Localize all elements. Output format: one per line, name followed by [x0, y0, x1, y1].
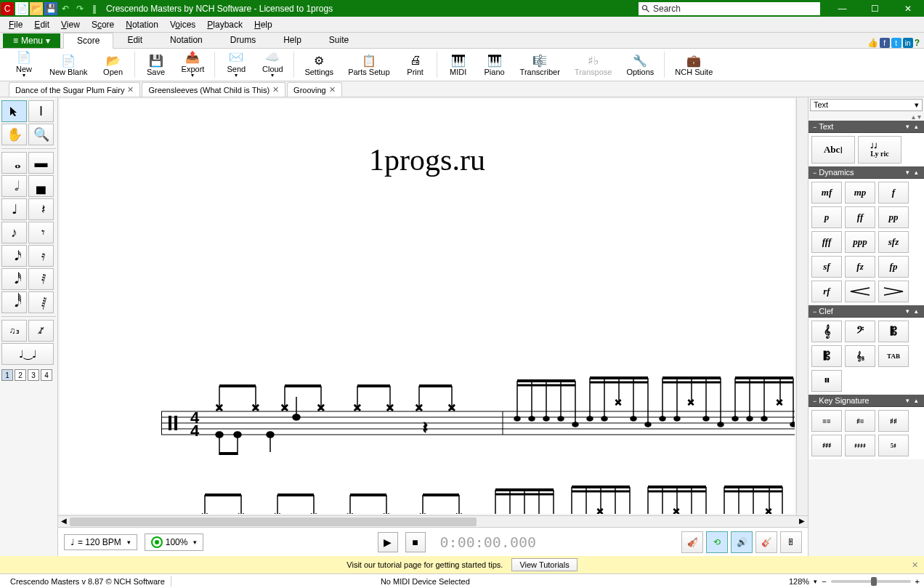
lyrics-tool-button[interactable]: ♩♩Ly ric — [858, 136, 901, 164]
section-clef-header[interactable]: − Clef▾ ▴ — [808, 305, 924, 318]
section-text-header[interactable]: − Text▾ ▴ — [808, 121, 924, 133]
treble-clef[interactable]: 𝄞 — [811, 321, 842, 342]
toolbar-new[interactable]: 📄New — [6, 49, 42, 80]
dynamic-cresc[interactable] — [845, 281, 875, 302]
keysig-4sharp[interactable]: ♯♯♯♯ — [845, 435, 875, 456]
twitter-icon[interactable]: t — [891, 38, 901, 48]
voice-4[interactable]: 4 — [41, 369, 52, 381]
like-icon[interactable]: 👍 — [867, 38, 878, 48]
close-icon[interactable]: ✕ — [272, 85, 279, 94]
dynamic-ppp[interactable]: ppp — [845, 231, 875, 253]
save-icon[interactable]: 💾 — [44, 2, 57, 15]
keysig-1sharp[interactable]: ♯≡ — [845, 410, 875, 432]
sixteenth-rest[interactable]: 𝄿 — [28, 245, 54, 267]
dynamic-decresc[interactable] — [878, 281, 909, 302]
vertical-scrollbar[interactable] — [796, 97, 808, 515]
voice-1[interactable]: 1 — [1, 369, 13, 381]
percussion-clef[interactable]: 𝄥 — [811, 370, 842, 392]
ribbon-tab-edit[interactable]: Edit — [113, 32, 156, 48]
toolbar-settings[interactable]: ⚙Settings — [297, 49, 341, 80]
scroll-thumb[interactable] — [70, 517, 477, 526]
voice-3[interactable]: 3 — [28, 369, 39, 381]
dynamic-f[interactable]: f — [878, 182, 909, 204]
toolbar-open[interactable]: 📂Open — [95, 49, 131, 80]
menu-voices[interactable]: Voices — [164, 18, 201, 31]
tie-tool[interactable]: ♩‿♩ — [1, 343, 54, 365]
maximize-button[interactable]: ☐ — [859, 0, 891, 17]
menu-file[interactable]: File — [3, 18, 28, 31]
zoom-in-icon[interactable]: + — [915, 577, 920, 586]
dynamic-sfz[interactable]: sfz — [878, 231, 909, 253]
mixer-icon[interactable]: 🎚 — [780, 531, 802, 553]
keysig-5sharp[interactable]: 5♯ — [878, 435, 909, 456]
toolbar-transcriber[interactable]: 🎼Transcriber — [513, 49, 567, 80]
grace-note-tool[interactable]: ♪̸ — [28, 320, 54, 342]
open-icon[interactable]: 📂 — [30, 2, 43, 15]
play-button[interactable]: ▶ — [378, 532, 398, 552]
minimize-button[interactable]: — — [826, 0, 859, 17]
countoff-icon[interactable]: 🔊 — [731, 531, 753, 553]
panel-category-select[interactable]: Text▾ — [810, 99, 923, 111]
text-tool[interactable]: I — [28, 100, 54, 122]
close-icon[interactable]: ✕ — [127, 85, 134, 94]
thirtysecond-note[interactable]: 𝅘𝅥𝅰 — [1, 268, 27, 290]
half-rest[interactable]: ▄ — [28, 175, 54, 197]
menu-help[interactable]: Help — [248, 18, 278, 31]
dynamic-fff[interactable]: fff — [811, 231, 842, 253]
dynamic-fz[interactable]: fz — [845, 256, 875, 278]
dynamic-mp[interactable]: mp — [845, 182, 875, 204]
close-button[interactable]: ✕ — [891, 0, 924, 17]
zoom-slider[interactable] — [831, 580, 911, 583]
hand-tool[interactable]: ✋ — [1, 124, 27, 145]
doc-tab[interactable]: Greensleeves (What Child is This)✕ — [142, 82, 285, 97]
toolbar-piano[interactable]: 🎹Piano — [477, 49, 513, 80]
quarter-rest[interactable]: 𝄽 — [28, 198, 54, 220]
whole-note[interactable]: 𝅝 — [1, 152, 27, 174]
new-icon[interactable]: 📄 — [15, 2, 28, 15]
toolbar-cloud[interactable]: ☁️Cloud — [254, 49, 291, 80]
tutorial-close-icon[interactable]: ✕ — [912, 560, 918, 570]
menu-score[interactable]: Score — [86, 18, 120, 31]
ribbon-tab-suite[interactable]: Suite — [315, 32, 362, 48]
sixtyfourth-rest[interactable]: 𝅁 — [28, 291, 54, 313]
facebook-icon[interactable]: f — [880, 38, 890, 48]
dynamic-pp[interactable]: pp — [878, 206, 909, 228]
zoom-selector[interactable]: 100% — [145, 533, 204, 551]
score-canvas[interactable]: 1progs.ru 4 4 — [60, 99, 795, 514]
toolbar-options[interactable]: 🔧Options — [619, 49, 661, 80]
keysig-cmaj[interactable]: ≡≡ — [811, 410, 842, 432]
zoom-out-icon[interactable]: − — [822, 577, 826, 586]
thirtysecond-rest[interactable]: 𝅀 — [28, 268, 54, 290]
main-menu-button[interactable]: ≡ Menu ▾ — [3, 33, 60, 48]
menu-playback[interactable]: Playback — [201, 18, 248, 31]
toolbar-nch-suite[interactable]: 💼NCH Suite — [668, 49, 720, 80]
instruments-icon[interactable]: 🎻 — [681, 531, 703, 553]
dynamic-p[interactable]: p — [811, 206, 842, 228]
tempo-selector[interactable]: ♩ = 120 BPM — [64, 534, 137, 550]
eighth-rest[interactable]: 𝄾 — [28, 222, 54, 243]
search-box[interactable]: Search — [639, 2, 820, 15]
toolbar-export[interactable]: 📤Export — [174, 49, 212, 80]
toolbar-midi[interactable]: 🎹MIDI — [440, 49, 477, 80]
tab-clef[interactable]: TAB — [878, 345, 909, 367]
zoom-tool[interactable]: 🔍 — [28, 124, 54, 145]
bass-clef[interactable]: 𝄢 — [845, 321, 875, 342]
dynamic-sf[interactable]: sf — [811, 256, 842, 278]
dynamic-rf[interactable]: rf — [811, 281, 842, 302]
toolbar-send[interactable]: ✉️Send — [218, 49, 254, 80]
ribbon-tab-help[interactable]: Help — [270, 32, 315, 48]
text-tool-button[interactable]: AbcI — [811, 136, 855, 164]
menu-notation[interactable]: Notation — [120, 18, 164, 31]
stop-button[interactable]: ■ — [405, 532, 426, 552]
section-dynamics-header[interactable]: − Dynamics▾ ▴ — [808, 166, 924, 179]
menu-edit[interactable]: Edit — [28, 18, 55, 31]
dynamic-ff[interactable]: ff — [845, 206, 875, 228]
toolbar-save[interactable]: 💾Save — [138, 49, 174, 80]
linkedin-icon[interactable]: in — [903, 38, 913, 48]
sixtyfourth-note[interactable]: 𝅘𝅥𝅱 — [1, 291, 27, 313]
close-icon[interactable]: ✕ — [329, 85, 336, 94]
keysig-3sharp[interactable]: ♯♯♯ — [811, 435, 842, 456]
undo-icon[interactable]: ↶ — [59, 2, 72, 15]
horizontal-scrollbar[interactable]: ◀ ▶ — [58, 515, 808, 527]
voice-2[interactable]: 2 — [15, 369, 26, 381]
